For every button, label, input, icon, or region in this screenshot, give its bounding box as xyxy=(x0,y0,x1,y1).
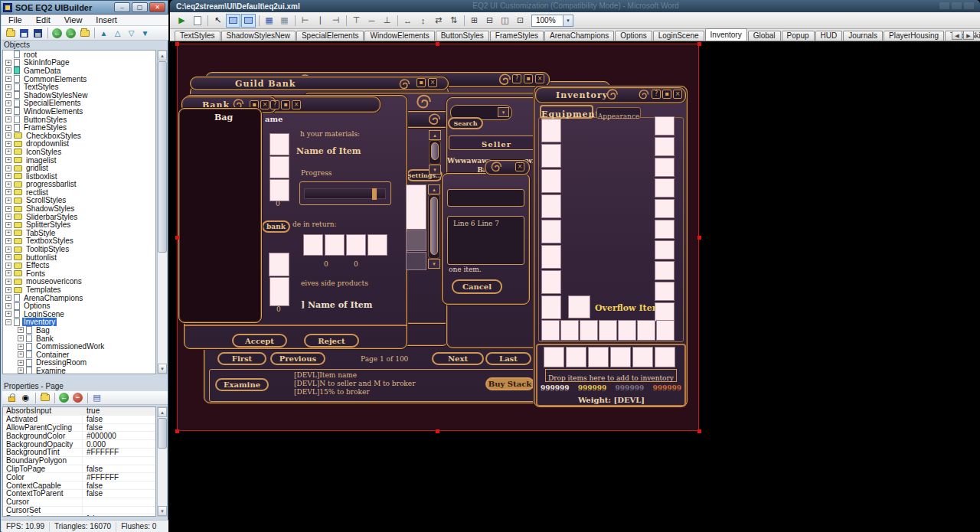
commissioned-close-icon[interactable]: × xyxy=(292,100,301,109)
property-row[interactable]: BoundaryPolygon xyxy=(3,457,155,465)
inventory-bag-slot[interactable] xyxy=(610,347,631,367)
equipment-slot[interactable] xyxy=(655,302,675,321)
tree-item-examine[interactable]: +Examine xyxy=(3,367,155,374)
center-horizontal-icon[interactable]: ◫ xyxy=(498,14,512,28)
tree-item-checkboxstyles[interactable]: +CheckboxStyles xyxy=(3,132,155,140)
expand-icon[interactable]: + xyxy=(5,214,11,220)
tree-item-tooltipstyles[interactable]: +TooltipStyles xyxy=(3,245,155,253)
equipment-slot[interactable] xyxy=(655,178,675,197)
selection-handle[interactable] xyxy=(697,236,701,240)
tree-item-tabstyle[interactable]: +TabStyle xyxy=(3,229,155,237)
inventory-pin-icon[interactable]: ▪ xyxy=(662,90,671,99)
property-row[interactable]: Color#FFFFFF xyxy=(3,473,155,481)
expand-icon[interactable]: + xyxy=(18,335,24,341)
quantity-textbox[interactable]: Line 6 Line 7 xyxy=(447,216,524,265)
search-button[interactable]: Search xyxy=(448,117,483,129)
commissioned-pin-icon[interactable]: ▪ xyxy=(281,100,290,109)
tab-textstyles[interactable]: TextStyles xyxy=(175,31,220,41)
tree-item-windowelements[interactable]: +WindowElements xyxy=(3,107,155,116)
popup-close-icon[interactable]: × xyxy=(515,162,524,171)
property-row[interactable]: ClipToPagefalse xyxy=(3,465,155,474)
depot-slot[interactable] xyxy=(406,252,426,270)
inventory-bag-slot[interactable] xyxy=(618,320,636,341)
categorize-icon[interactable]: ▤ xyxy=(90,392,103,404)
inventory-bag-slot[interactable] xyxy=(632,347,653,367)
property-row[interactable]: BackgroundOpacity0.000 xyxy=(3,440,155,449)
equipment-slot[interactable] xyxy=(541,169,561,193)
tab-windowelements[interactable]: WindowElements xyxy=(364,31,434,41)
inventory-bag-slot[interactable] xyxy=(560,320,579,341)
tab-appearance[interactable]: Appearance xyxy=(596,107,641,119)
tree-item-splitterstyles[interactable]: +SplitterStyles xyxy=(3,220,155,229)
inventory-bag-slot[interactable] xyxy=(541,320,560,341)
depot-scrollbar-thumb[interactable] xyxy=(431,142,439,160)
shrink-icon[interactable]: ⊟ xyxy=(482,14,497,28)
bring-to-front-icon[interactable]: ▲ xyxy=(97,27,110,39)
expand-icon[interactable]: + xyxy=(5,132,11,139)
expand-icon[interactable]: + xyxy=(5,206,11,212)
selection-handle[interactable] xyxy=(175,429,179,433)
add-icon[interactable]: ← xyxy=(57,392,70,404)
tree-item-progressbarlist[interactable]: +progressbarlist xyxy=(3,181,155,189)
tree-item-rectlist[interactable]: +rectlist xyxy=(3,188,155,197)
tree-item-shadowstyles[interactable]: +ShadowStyles xyxy=(3,204,155,213)
drop-hint-box[interactable]: Drop items here to add to inventory xyxy=(545,369,677,382)
inventory-bag-slot[interactable] xyxy=(637,320,655,341)
property-row[interactable]: CursorSet xyxy=(3,507,155,515)
broker-next-button[interactable]: Next xyxy=(432,352,484,365)
select-tool-icon[interactable]: ↖ xyxy=(211,14,225,28)
selection-handle[interactable] xyxy=(697,42,701,46)
inventory-bag-slot[interactable] xyxy=(599,320,617,341)
maximize-button[interactable]: ▢ xyxy=(132,2,148,12)
tree-item-gridlist[interactable]: +gridlist xyxy=(3,164,155,172)
tab-scroll-left-icon[interactable]: ◀ xyxy=(952,31,962,40)
page-icon[interactable] xyxy=(190,14,204,28)
item-slot[interactable] xyxy=(269,253,289,276)
back-icon[interactable]: ← xyxy=(51,27,64,39)
tab-global[interactable]: Global xyxy=(748,31,781,41)
inventory-bag-slot[interactable] xyxy=(544,347,564,367)
tab-shadowstylesnew[interactable]: ShadowStylesNew xyxy=(221,31,296,41)
property-row[interactable]: BackgroundColor#000000 xyxy=(3,432,155,440)
equipment-slot[interactable] xyxy=(655,199,675,218)
expand-icon[interactable]: + xyxy=(5,100,11,106)
align-top-icon[interactable]: ⊤ xyxy=(349,14,364,28)
move-up-icon[interactable]: △ xyxy=(111,27,124,39)
scroll-down-icon[interactable]: ▼ xyxy=(158,506,167,516)
tree-item-gamedata[interactable]: +GameData xyxy=(3,67,155,75)
save-icon[interactable] xyxy=(18,27,31,39)
property-row[interactable]: Cursor xyxy=(3,498,155,507)
lock-icon[interactable] xyxy=(5,392,18,404)
expand-icon[interactable]: + xyxy=(5,173,11,179)
minimize-button[interactable]: – xyxy=(114,2,130,12)
collapse-icon[interactable]: − xyxy=(5,319,11,325)
equipment-slot[interactable] xyxy=(655,261,675,280)
same-width-icon[interactable]: ↔ xyxy=(400,14,415,28)
scroll-down-icon[interactable]: ▼ xyxy=(158,364,167,374)
property-row[interactable]: AllowParentCyclingfalse xyxy=(3,424,155,432)
export-props-icon[interactable] xyxy=(38,392,51,404)
tree-item-shadowstylesnew[interactable]: +ShadowStylesNew xyxy=(3,91,155,100)
tree-item-specialelements[interactable]: +SpecialElements xyxy=(3,100,155,108)
expand-icon[interactable]: + xyxy=(5,149,11,155)
tree-item-effects[interactable]: +Effects xyxy=(3,261,155,269)
selection-handle[interactable] xyxy=(697,429,701,433)
size-to-grid-icon[interactable]: ⊞ xyxy=(467,14,482,28)
move-down-icon[interactable]: ▽ xyxy=(125,27,138,39)
accept-button[interactable]: Accept xyxy=(232,334,287,348)
inventory-bag-slot[interactable] xyxy=(588,347,609,367)
expand-icon[interactable]: + xyxy=(5,230,11,236)
expand-icon[interactable]: + xyxy=(18,360,24,366)
broker-pin-icon[interactable]: ▪ xyxy=(524,74,533,83)
selection-handle[interactable] xyxy=(175,236,179,240)
export-icon[interactable] xyxy=(78,27,91,39)
expand-icon[interactable]: + xyxy=(5,222,11,228)
expand-icon[interactable]: + xyxy=(5,270,11,276)
scroll-up-icon[interactable]: ▲ xyxy=(158,51,167,60)
property-row[interactable]: Dragablefalse xyxy=(3,514,155,517)
item-slot[interactable] xyxy=(270,156,289,178)
tree-item-textboxstyles[interactable]: +TextboxStyles xyxy=(3,237,155,246)
guild-bank-close-icon[interactable]: × xyxy=(428,78,437,87)
scroll-up-icon[interactable]: ▲ xyxy=(158,407,167,417)
selection-handle[interactable] xyxy=(436,42,439,46)
